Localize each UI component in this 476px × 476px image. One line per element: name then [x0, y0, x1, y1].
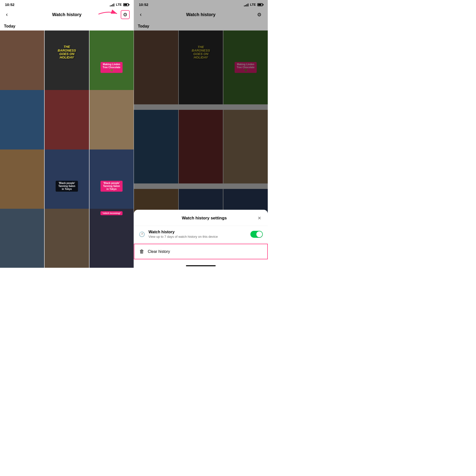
- sheet-close-button[interactable]: ✕: [256, 215, 263, 222]
- left-section-header: Today: [0, 22, 134, 30]
- history-clock-icon: 🕐: [139, 231, 145, 237]
- home-indicator: [186, 265, 216, 266]
- stitch-badge: *stitch incoming*: [100, 211, 123, 215]
- left-panel: 10:52 LTE ‹ Watch history ⚙: [0, 0, 134, 268]
- left-signal-icon: [110, 3, 114, 6]
- video-cell-11[interactable]: We are family ❤️ ▷ 703.4K: [45, 209, 89, 268]
- clear-history-button[interactable]: 🗑 Clear history: [134, 244, 268, 259]
- baroness-text: THEBARONESSGOES ONHOLIDAY: [58, 45, 76, 59]
- black-people-badge-1: 'Black people' Tanning Salon in Tokyo: [56, 181, 78, 192]
- watch-history-title: Watch history: [149, 230, 250, 234]
- left-time: 10:52: [5, 2, 14, 7]
- trash-icon: 🗑: [139, 249, 144, 254]
- left-page-title: Watch history: [52, 12, 81, 17]
- pink-arrow-container: [98, 9, 121, 19]
- left-network-icon: LTE: [116, 3, 122, 6]
- left-settings-button[interactable]: ⚙: [121, 10, 130, 19]
- toggle-knob: [256, 231, 262, 237]
- linden-badge: Making Linden Tree Chocolate 🌿: [100, 62, 122, 73]
- left-battery-icon: [123, 3, 129, 6]
- left-back-button[interactable]: ‹: [4, 10, 10, 19]
- sheet-title: Watch history settings: [153, 216, 256, 221]
- watch-history-content: Watch history View up to 7 days of watch…: [149, 230, 250, 238]
- video-cell-10[interactable]: ▷ 1.4M: [0, 209, 44, 268]
- bottom-sheet: Watch history settings ✕ 🕐 Watch history…: [134, 210, 268, 268]
- left-gear-icon: ⚙: [123, 12, 127, 18]
- left-video-grid: ▷ 24.5K THEBARONESSGOES ONHOLIDAY ▷ 22.9…: [0, 30, 134, 268]
- sheet-header: Watch history settings ✕: [134, 210, 268, 226]
- left-status-icons: LTE: [110, 3, 129, 6]
- video-cell-12[interactable]: *stitch incoming* ▷ 589.2K: [89, 209, 134, 268]
- right-panel: 10:52 LTE ‹ Watch history ⚙ Today THEBAR…: [134, 0, 268, 268]
- pink-arrow-svg: [98, 9, 121, 18]
- watch-history-row: 🕐 Watch history View up to 7 days of wat…: [134, 226, 268, 243]
- left-status-bar: 10:52 LTE: [0, 0, 134, 8]
- watch-history-toggle[interactable]: [250, 231, 263, 238]
- left-nav-bar: ‹ Watch history ⚙: [0, 8, 134, 22]
- watch-history-subtitle: View up to 7 days of watch history on th…: [149, 235, 250, 238]
- clear-history-label: Clear history: [148, 249, 170, 254]
- black-people-badge-2: 'Black people' Tanning Salon in Tokyo: [100, 181, 122, 192]
